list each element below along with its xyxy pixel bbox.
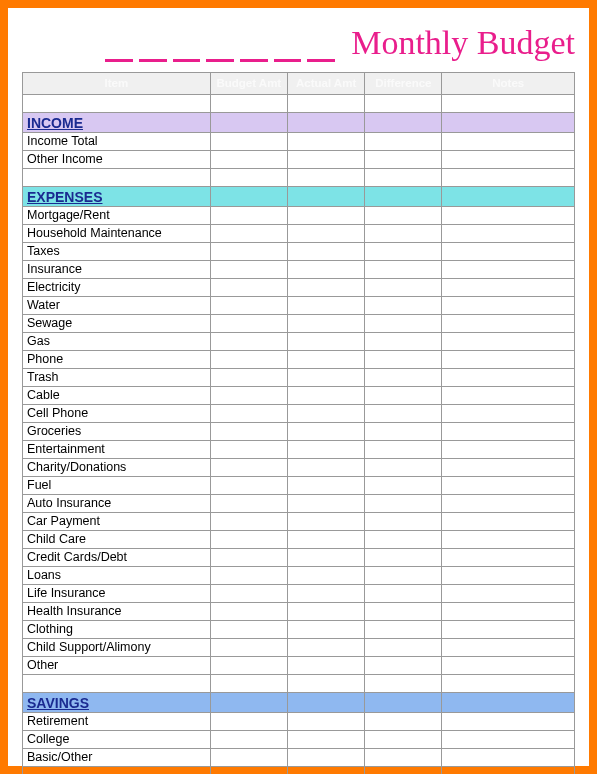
- section-cell: [442, 693, 575, 713]
- value-cell: [210, 549, 287, 567]
- table-row: Trash: [23, 369, 575, 387]
- value-cell: [442, 261, 575, 279]
- value-cell: [210, 369, 287, 387]
- section-label: INCOME: [23, 113, 211, 133]
- value-cell: [365, 495, 442, 513]
- value-cell: [442, 749, 575, 767]
- value-cell: [210, 603, 287, 621]
- table-row: Income Total: [23, 133, 575, 151]
- value-cell: [365, 405, 442, 423]
- value-cell: [210, 441, 287, 459]
- table-row: Phone: [23, 351, 575, 369]
- value-cell: [442, 225, 575, 243]
- value-cell: [365, 459, 442, 477]
- value-cell: [442, 621, 575, 639]
- value-cell: [365, 441, 442, 459]
- value-cell: [287, 495, 364, 513]
- spacer-cell: [23, 675, 211, 693]
- value-cell: [442, 657, 575, 675]
- section-cell: [287, 693, 364, 713]
- spacer-row: [23, 169, 575, 187]
- table-row: Insurance: [23, 261, 575, 279]
- value-cell: [287, 657, 364, 675]
- budget-table: Item Budget Amt Actual Amt Difference No…: [22, 72, 575, 774]
- table-row: Entertainment: [23, 441, 575, 459]
- row-label: College: [23, 731, 211, 749]
- row-label: Income Total: [23, 133, 211, 151]
- value-cell: [365, 531, 442, 549]
- spacer-row: [23, 675, 575, 693]
- value-cell: [287, 225, 364, 243]
- value-cell: [365, 513, 442, 531]
- value-cell: [210, 279, 287, 297]
- value-cell: [287, 441, 364, 459]
- spacer-cell: [365, 95, 442, 113]
- spacer-cell: [287, 767, 364, 775]
- spacer-row: [23, 767, 575, 775]
- value-cell: [287, 731, 364, 749]
- table-row: Water: [23, 297, 575, 315]
- table-row: Auto Insurance: [23, 495, 575, 513]
- table-row: Cable: [23, 387, 575, 405]
- row-label: Insurance: [23, 261, 211, 279]
- section-expenses: EXPENSES: [23, 187, 575, 207]
- value-cell: [442, 133, 575, 151]
- value-cell: [287, 603, 364, 621]
- value-cell: [210, 459, 287, 477]
- spacer-cell: [210, 95, 287, 113]
- value-cell: [287, 459, 364, 477]
- section-cell: [287, 113, 364, 133]
- table-row: Credit Cards/Debt: [23, 549, 575, 567]
- value-cell: [287, 333, 364, 351]
- row-label: Cable: [23, 387, 211, 405]
- row-label: Other Income: [23, 151, 211, 169]
- value-cell: [365, 133, 442, 151]
- row-label: Household Maintenance: [23, 225, 211, 243]
- value-cell: [210, 639, 287, 657]
- table-row: Mortgage/Rent: [23, 207, 575, 225]
- value-cell: [365, 621, 442, 639]
- value-cell: [287, 713, 364, 731]
- spacer-cell: [210, 767, 287, 775]
- value-cell: [442, 315, 575, 333]
- value-cell: [365, 243, 442, 261]
- section-cell: [210, 113, 287, 133]
- col-item: Item: [23, 73, 211, 95]
- value-cell: [442, 567, 575, 585]
- value-cell: [365, 749, 442, 767]
- spacer-cell: [210, 169, 287, 187]
- col-notes: Notes: [442, 73, 575, 95]
- table-row: Electricity: [23, 279, 575, 297]
- row-label: Cell Phone: [23, 405, 211, 423]
- table-row: Child Care: [23, 531, 575, 549]
- section-cell: [442, 187, 575, 207]
- table-row: Sewage: [23, 315, 575, 333]
- row-label: Car Payment: [23, 513, 211, 531]
- value-cell: [210, 477, 287, 495]
- value-cell: [287, 297, 364, 315]
- value-cell: [442, 243, 575, 261]
- row-label: Charity/Donations: [23, 459, 211, 477]
- value-cell: [365, 731, 442, 749]
- value-cell: [287, 549, 364, 567]
- table-row: Basic/Other: [23, 749, 575, 767]
- value-cell: [210, 731, 287, 749]
- value-cell: [365, 639, 442, 657]
- spacer-cell: [287, 95, 364, 113]
- value-cell: [442, 387, 575, 405]
- budget-page: Monthly Budget Item Budget Amt Actual Am…: [8, 8, 589, 766]
- value-cell: [287, 405, 364, 423]
- table-row: College: [23, 731, 575, 749]
- section-income: INCOME: [23, 113, 575, 133]
- value-cell: [287, 423, 364, 441]
- row-label: Groceries: [23, 423, 211, 441]
- col-budget: Budget Amt: [210, 73, 287, 95]
- value-cell: [287, 513, 364, 531]
- section-cell: [365, 187, 442, 207]
- value-cell: [287, 261, 364, 279]
- row-label: Loans: [23, 567, 211, 585]
- row-label: Clothing: [23, 621, 211, 639]
- value-cell: [442, 405, 575, 423]
- value-cell: [365, 315, 442, 333]
- table-row: Cell Phone: [23, 405, 575, 423]
